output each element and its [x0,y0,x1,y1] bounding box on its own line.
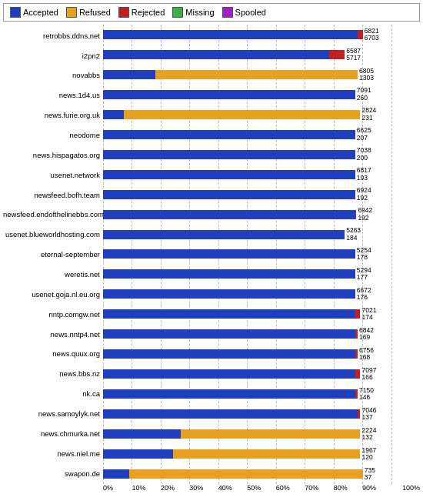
y-label: news.1d4.us [3,92,103,99]
y-label: news.chmurka.net [3,430,103,438]
bar-segment-accepted [103,50,329,59]
bar-label: 7091260 [357,87,371,102]
bars-inner: 6821670365875717680513037091260282423166… [103,25,420,484]
bar-segment-rejected [355,309,361,319]
bar-row: 6625207 [103,129,420,140]
bar-label-bottom: 193 [357,175,371,182]
bar-segment-rejected [358,409,360,419]
bar-label-bottom: 231 [361,115,376,122]
bar-label: 68216703 [365,28,379,42]
bar-segment-accepted [103,190,355,199]
bar-row: 7021174 [103,309,420,319]
bar-label: 73537 [365,467,375,482]
bar-label-bottom: 169 [359,334,374,341]
legend-item-spooled: Spooled [222,7,266,18]
bar-row: 7046137 [103,409,420,419]
bar-segment-accepted [103,349,355,359]
y-label: i2pn2 [3,52,103,60]
x-tick: 40% [218,484,247,492]
bar-label-bottom: 192 [357,195,371,202]
x-tick: 80% [334,484,362,492]
y-label: news.quux.org [3,350,103,358]
x-ticks: 0%10%20%30%40%50%60%70%80%90%100% [103,484,420,492]
y-label: novabbs [3,72,103,79]
bar-label-bottom: 260 [357,95,371,102]
bar-label-bottom: 168 [359,354,374,361]
bar-segment-accepted [103,210,355,219]
y-label: eternal-september [3,251,103,259]
x-tick: 70% [305,484,333,492]
bar-segment-accepted [103,289,355,299]
bar-row: 7150146 [103,389,420,399]
bar-segment-refused [155,70,358,79]
y-label: news.nntp4.net [3,331,103,339]
bar-label-bottom: 178 [357,254,371,261]
bar-segment-rejected [329,50,345,59]
x-tick: 30% [189,484,218,492]
bar-row: 6756168 [103,349,420,359]
bar-row: 65875717 [103,49,420,60]
bar-segment-refused [124,110,360,119]
bar-segment-refused [181,429,360,439]
bar-row: 7091260 [103,89,420,100]
bar-label: 2224132 [361,427,376,442]
bars-section: 6821670365875717680513037091260282423166… [103,25,420,501]
y-label: usenet.network [3,172,103,179]
bar-segment-accepted [103,409,358,419]
x-axis: 0%10%20%30%40%50%60%70%80%90%100% [103,484,420,501]
x-tick: 10% [132,484,160,492]
bar-segment-rejected [355,369,361,379]
bar-row: 68051303 [103,69,420,80]
bar-label: 5294177 [357,267,371,282]
bar-segment-accepted [103,30,358,39]
bar-segment-rejected [355,349,358,359]
bar-label-bottom: 1303 [359,75,374,82]
legend-label: Rejected [132,8,165,17]
bar-segment-accepted [103,309,355,319]
legend-item-rejected: Rejected [118,7,165,18]
bar-segment-accepted [103,429,181,439]
chart-container: Accepted Refused Rejected Missing Spoole… [0,0,423,504]
bar-label: 6942192 [358,207,372,222]
bar-row: 2224132 [103,429,420,439]
bar-row: 5263184 [103,229,420,240]
bar-label-bottom: 166 [361,374,376,381]
x-tick: 100% [391,484,420,492]
legend: Accepted Refused Rejected Missing Spoole… [3,3,420,22]
y-label: nk.ca [3,390,103,398]
bar-row: 7038200 [103,149,420,160]
bar-segment-accepted [103,269,355,279]
bar-label-bottom: 200 [357,155,371,162]
x-tick: 20% [161,484,189,492]
bar-row: 6942192 [103,209,420,220]
bar-label-bottom: 132 [361,434,376,441]
x-tick: 60% [276,484,305,492]
bar-label: 6924192 [357,187,371,202]
bar-row: 68216703 [103,29,420,40]
x-tick: 90% [362,484,391,492]
bar-segment-refused [129,469,363,479]
bar-label: 5254178 [357,247,371,262]
y-label: weretis.net [3,271,103,279]
bar-label-bottom: 174 [361,314,376,321]
bar-segment-accepted [103,110,124,119]
bar-label: 7046137 [361,407,376,422]
bar-segment-accepted [103,449,173,459]
bar-label: 1967120 [361,447,376,462]
bar-label: 5263184 [346,227,361,242]
legend-label: Refused [79,8,111,17]
bar-segment-rejected [358,30,363,39]
bar-label: 7021174 [361,307,376,322]
bar-label: 7150146 [359,387,374,402]
bar-label: 6817193 [357,167,371,182]
bar-label-bottom: 192 [358,215,372,222]
y-label: newsfeed.bofh.team [3,192,103,199]
y-labels: retrobbs.ddns.neti2pn2novabbsnews.1d4.us… [3,25,103,501]
bar-segment-accepted [103,230,345,239]
y-label: usenet.goja.nl.eu.org [3,291,103,299]
bar-label: 6756168 [359,347,374,362]
legend-color [66,7,77,18]
bar-label-bottom: 207 [357,135,371,142]
y-label: news.niel.me [3,450,103,458]
legend-item-accepted: Accepted [10,7,58,18]
